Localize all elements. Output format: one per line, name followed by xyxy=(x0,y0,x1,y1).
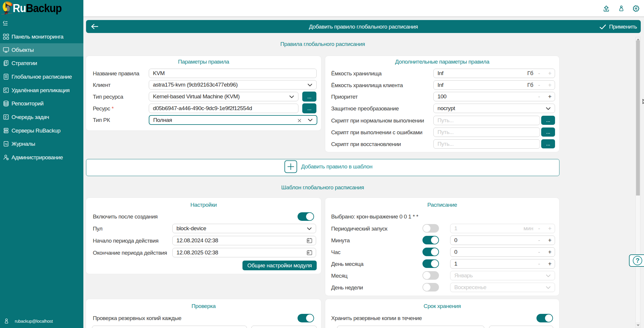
svg-text:log: log xyxy=(5,143,7,145)
